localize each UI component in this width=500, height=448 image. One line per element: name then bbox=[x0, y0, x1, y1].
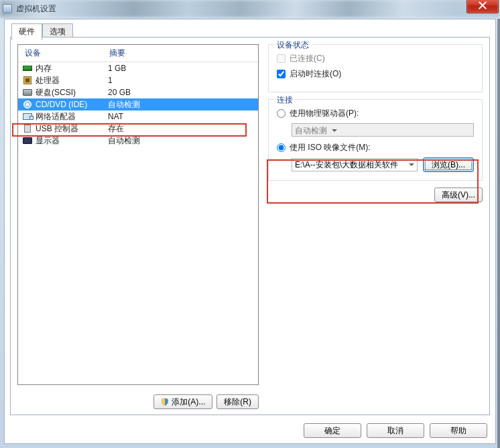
device-row-memory[interactable]: 内存 1 GB bbox=[18, 62, 258, 74]
device-summary: 1 GB bbox=[108, 64, 258, 73]
titlebar: 虚拟机设置 bbox=[0, 0, 500, 17]
device-label: 网络适配器 bbox=[36, 111, 108, 123]
display-icon bbox=[22, 136, 33, 145]
device-row-display[interactable]: 显示器 自动检测 bbox=[18, 135, 258, 147]
combo-physical-drive: 自动检测 bbox=[292, 123, 474, 137]
radio-use-physical-label: 使用物理驱动器(P): bbox=[290, 108, 359, 119]
checkbox-row-connect-on-start[interactable]: 启动时连接(O) bbox=[277, 68, 474, 80]
tab-panel-hardware: 设备 摘要 内存 1 GB 处理器 1 硬盘(SCSI) 20 GB CD/DV… bbox=[10, 37, 490, 415]
dialog-buttons: 确定 取消 帮助 bbox=[304, 423, 487, 438]
shield-icon bbox=[161, 398, 169, 406]
remove-device-label: 移除(R) bbox=[224, 396, 251, 408]
combo-iso-path[interactable]: E:\A--安装包\大数据相关软件 bbox=[292, 158, 418, 171]
cpu-icon bbox=[22, 76, 33, 85]
usb-icon bbox=[22, 124, 33, 133]
close-icon bbox=[479, 1, 487, 9]
device-row-cddvd[interactable]: CD/DVD (IDE) 自动检测 bbox=[18, 98, 258, 110]
checkbox-connect-on-start[interactable] bbox=[277, 70, 286, 78]
window-title: 虚拟机设置 bbox=[16, 3, 56, 15]
group-title-connection: 连接 bbox=[274, 94, 296, 106]
help-button[interactable]: 帮助 bbox=[430, 423, 487, 438]
remove-device-button[interactable]: 移除(R) bbox=[216, 394, 259, 409]
close-button[interactable] bbox=[466, 0, 499, 13]
device-label: 显示器 bbox=[36, 135, 108, 147]
add-device-label: 添加(A)... bbox=[172, 396, 205, 408]
device-summary: 1 bbox=[108, 76, 258, 85]
radio-use-iso-label: 使用 ISO 映像文件(M): bbox=[290, 142, 371, 153]
group-connection: 连接 使用物理驱动器(P): 自动检测 使用 ISO 映像文件(M): bbox=[268, 99, 483, 181]
device-summary: 自动检测 bbox=[108, 99, 258, 110]
device-label: 处理器 bbox=[36, 75, 108, 86]
device-label: USB 控制器 bbox=[36, 123, 108, 135]
ok-button[interactable]: 确定 bbox=[304, 423, 361, 438]
checkbox-row-connected[interactable]: 已连接(C) bbox=[277, 53, 474, 64]
device-summary: NAT bbox=[108, 112, 258, 121]
hdd-icon bbox=[22, 88, 33, 97]
device-label: 硬盘(SCSI) bbox=[36, 87, 108, 98]
chevron-down-icon bbox=[332, 129, 337, 135]
window-right-shadow bbox=[497, 19, 500, 448]
dialog-body: 硬件 选项 设备 摘要 内存 1 GB 处理器 1 硬盘(SCSI) 20 bbox=[4, 19, 496, 444]
advanced-button[interactable]: 高级(V)... bbox=[434, 188, 483, 202]
radio-use-iso[interactable] bbox=[277, 143, 286, 152]
radio-row-iso[interactable]: 使用 ISO 映像文件(M): bbox=[277, 142, 474, 153]
device-summary: 自动检测 bbox=[108, 135, 258, 147]
cancel-button[interactable]: 取消 bbox=[367, 423, 424, 438]
device-summary: 存在 bbox=[108, 123, 258, 135]
header-device[interactable]: 设备 bbox=[18, 45, 105, 62]
tab-hardware[interactable]: 硬件 bbox=[11, 23, 42, 40]
device-row-usb[interactable]: USB 控制器 存在 bbox=[18, 123, 258, 135]
network-icon bbox=[22, 112, 33, 121]
device-label: 内存 bbox=[36, 63, 108, 74]
radio-row-physical[interactable]: 使用物理驱动器(P): bbox=[277, 108, 474, 119]
checkbox-connected-label: 已连接(C) bbox=[290, 53, 325, 64]
browse-button[interactable]: 浏览(B)... bbox=[423, 157, 474, 172]
disc-icon bbox=[22, 100, 33, 109]
app-icon bbox=[3, 4, 12, 13]
device-row-hdd[interactable]: 硬盘(SCSI) 20 GB bbox=[18, 86, 258, 98]
checkbox-connect-on-start-label: 启动时连接(O) bbox=[290, 68, 341, 80]
header-summary[interactable]: 摘要 bbox=[105, 45, 258, 62]
device-settings-pane: 设备状态 已连接(C) 启动时连接(O) 连接 使用物理驱动器(P): bbox=[268, 44, 483, 385]
device-list: 设备 摘要 内存 1 GB 处理器 1 硬盘(SCSI) 20 GB CD/DV… bbox=[17, 44, 259, 385]
radio-use-physical[interactable] bbox=[277, 109, 286, 118]
device-list-header: 设备 摘要 bbox=[18, 45, 258, 62]
device-list-buttons: 添加(A)... 移除(R) bbox=[17, 394, 259, 409]
combo-physical-value: 自动检测 bbox=[295, 126, 327, 135]
combo-iso-value: E:\A--安装包\大数据相关软件 bbox=[295, 159, 398, 171]
memory-icon bbox=[22, 64, 33, 73]
group-device-status: 设备状态 已连接(C) 启动时连接(O) bbox=[268, 44, 483, 92]
device-label: CD/DVD (IDE) bbox=[36, 100, 108, 109]
device-row-network[interactable]: 网络适配器 NAT bbox=[18, 110, 258, 123]
chevron-down-icon[interactable] bbox=[409, 163, 414, 169]
add-device-button[interactable]: 添加(A)... bbox=[153, 394, 212, 409]
device-row-cpu[interactable]: 处理器 1 bbox=[18, 74, 258, 86]
device-summary: 20 GB bbox=[108, 88, 258, 97]
group-title-status: 设备状态 bbox=[274, 40, 312, 51]
checkbox-connected[interactable] bbox=[277, 54, 286, 63]
